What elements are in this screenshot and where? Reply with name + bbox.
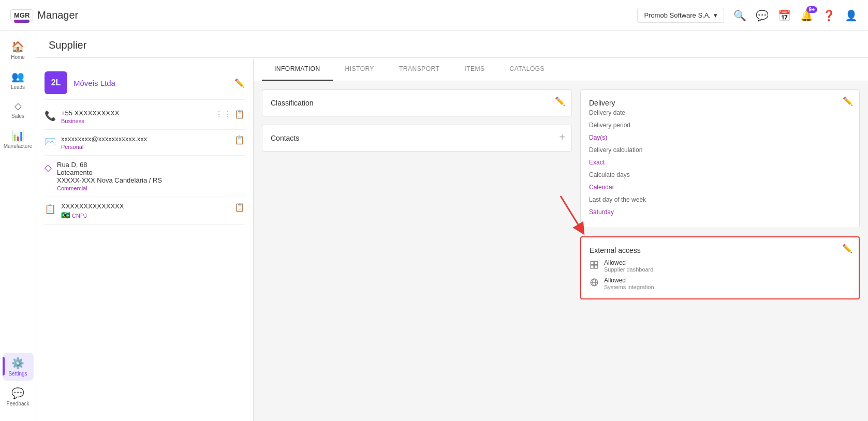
- sidebar-item-leads[interactable]: 👥 Leads: [3, 66, 34, 94]
- sidebar-feedback-label: Feedback: [7, 401, 30, 407]
- svg-rect-0: [591, 261, 594, 264]
- sidebar-item-settings[interactable]: ⚙️ Settings: [3, 353, 34, 381]
- delivery-calcdays-row: Calculate days: [589, 170, 851, 179]
- sidebar-leads-label: Leads: [11, 84, 25, 90]
- delivery-days-value: Day(s): [589, 134, 607, 141]
- delivery-calcdays-label: Calculate days: [589, 171, 630, 178]
- calendar-icon[interactable]: 📅: [778, 9, 791, 22]
- sidebar-item-feedback[interactable]: 💬 Feedback: [3, 383, 34, 411]
- tabs: INFORMATION HISTORY TRANSPORT ITEMS CATA…: [254, 58, 868, 81]
- delivery-date-label: Delivery date: [589, 109, 625, 116]
- delivery-lastday-row: Last day of the week: [589, 194, 851, 204]
- delivery-edit-icon[interactable]: ✏️: [843, 96, 853, 106]
- email-address: xxxxxxxxx@xxxxxxxxxxx.xxx: [61, 135, 229, 143]
- classification-title: Classification: [271, 99, 313, 107]
- delivery-title: Delivery: [589, 99, 615, 107]
- doc-content: XXXXXXXXXXXXXX 🇧🇷 CNPJ: [61, 202, 229, 219]
- main-layout: 🏠 Home 👥 Leads ◇ Sales 📊 Manufacture ⚙️ …: [0, 31, 868, 421]
- address-type: Commercial: [57, 185, 245, 191]
- logo-mgr: MGR: [10, 9, 33, 21]
- home-icon: 🏠: [11, 40, 24, 53]
- phone-content: +55 XXXXXXXXXX Business: [61, 109, 210, 124]
- user-icon[interactable]: 👤: [845, 9, 858, 22]
- sidebar-item-manufacture[interactable]: 📊 Manufacture: [3, 125, 34, 153]
- sales-icon: ◇: [14, 100, 22, 112]
- svg-rect-2: [591, 265, 594, 268]
- supplier-edit-icon[interactable]: ✏️: [234, 78, 245, 88]
- active-indicator: [3, 357, 5, 375]
- email-row: ✉️ xxxxxxxxx@xxxxxxxxxxx.xxx Personal 📋: [45, 130, 245, 156]
- delivery-period-label: Delivery period: [589, 122, 630, 129]
- help-icon[interactable]: ❓: [822, 9, 835, 22]
- delivery-saturday-row: Saturday: [589, 207, 851, 216]
- sidebar-item-sales[interactable]: ◇ Sales: [3, 96, 34, 123]
- delivery-saturday-value: Saturday: [589, 208, 614, 216]
- phone-grid-icon[interactable]: ⋮⋮: [215, 109, 231, 119]
- contacts-card: Contacts +: [262, 125, 572, 152]
- doc-actions: 📋: [234, 202, 245, 212]
- external-access-dashboard-row: Allowed Supplier dashboard: [590, 259, 850, 273]
- phone-row: 📞 +55 XXXXXXXXXX Business ⋮⋮ 📋: [45, 104, 245, 130]
- notification-icon[interactable]: 🔔 9+: [800, 9, 813, 22]
- delivery-calendar-row: Calendar: [589, 182, 851, 191]
- svg-rect-3: [595, 265, 598, 268]
- integration-info: Allowed Systems integration: [604, 277, 654, 290]
- supplier-name: Móveis Ltda: [73, 79, 115, 87]
- address-row: ◇ Rua D, 68 Loteamento XXXXX-XXX Nova Ca…: [45, 156, 245, 197]
- search-icon[interactable]: 🔍: [733, 9, 746, 22]
- right-panel: INFORMATION HISTORY TRANSPORT ITEMS CATA…: [254, 58, 868, 421]
- doc-copy-icon[interactable]: 📋: [234, 202, 245, 212]
- header-left: MGR Manager: [10, 9, 78, 21]
- email-copy-icon[interactable]: 📋: [234, 135, 245, 145]
- company-name: Promob Software S.A.: [644, 11, 711, 19]
- sidebar: 🏠 Home 👥 Leads ◇ Sales 📊 Manufacture ⚙️ …: [0, 31, 36, 421]
- phone-actions: ⋮⋮ 📋: [215, 109, 245, 119]
- doc-type: CNPJ: [72, 213, 87, 219]
- content-split: 2L Móveis Ltda ✏️ 📞 +55 XXXXXXXXXX Busin…: [36, 58, 868, 421]
- external-access-title: External access: [590, 246, 641, 254]
- chat-icon[interactable]: 💬: [756, 9, 769, 22]
- sidebar-sales-label: Sales: [11, 113, 24, 119]
- address-line3: XXXXX-XXX Nova Candelária / RS: [57, 176, 245, 184]
- app-header: MGR Manager Promob Software S.A. ▾ 🔍 💬 📅…: [0, 0, 868, 31]
- globe-icon: [590, 278, 599, 290]
- tab-items[interactable]: ITEMS: [452, 58, 497, 81]
- supplier-card: 2L Móveis Ltda ✏️: [45, 66, 245, 100]
- delivery-fields: Delivery date Delivery period Day(s) Del…: [589, 108, 851, 216]
- email-actions: 📋: [234, 135, 245, 145]
- delivery-calendar-value: Calendar: [589, 184, 614, 191]
- sidebar-settings-label: Settings: [8, 371, 27, 377]
- integration-sub: Systems integration: [604, 284, 654, 290]
- doc-row: 📋 XXXXXXXXXXXXXX 🇧🇷 CNPJ 📋: [45, 197, 245, 225]
- company-selector[interactable]: Promob Software S.A. ▾: [637, 8, 724, 23]
- external-access-edit-icon[interactable]: ✏️: [842, 244, 852, 253]
- delivery-days-row: Day(s): [589, 132, 851, 142]
- settings-icon: ⚙️: [11, 357, 24, 369]
- tab-transport[interactable]: TRANSPORT: [387, 58, 452, 81]
- phone-copy-icon[interactable]: 📋: [234, 109, 245, 119]
- delivery-period-row: Delivery period: [589, 120, 851, 129]
- tab-content: Classification ✏️ Contacts +: [254, 81, 868, 421]
- sidebar-item-home[interactable]: 🏠 Home: [3, 36, 34, 64]
- address-content: Rua D, 68 Loteamento XXXXX-XXX Nova Cand…: [57, 161, 245, 191]
- right-section-col: Delivery ✏️ Delivery date Delivery perio…: [580, 89, 860, 413]
- leads-icon: 👥: [11, 70, 24, 83]
- contacts-add-icon[interactable]: +: [559, 131, 565, 143]
- tab-information[interactable]: INFORMATION: [262, 58, 333, 81]
- tab-catalogs[interactable]: CATALOGS: [497, 58, 557, 81]
- phone-number: +55 XXXXXXXXXX: [61, 109, 210, 117]
- delivery-exact-value: Exact: [589, 159, 605, 166]
- email-type: Personal: [61, 144, 229, 150]
- integration-label: Allowed: [604, 277, 654, 284]
- tab-history[interactable]: HISTORY: [333, 58, 387, 81]
- delivery-card: Delivery ✏️ Delivery date Delivery perio…: [580, 89, 860, 228]
- header-right: Promob Software S.A. ▾ 🔍 💬 📅 🔔 9+ ❓ 👤: [637, 8, 858, 23]
- classification-edit-icon[interactable]: ✏️: [555, 96, 565, 106]
- classification-card: Classification ✏️: [262, 89, 572, 116]
- phone-type: Business: [61, 118, 210, 124]
- sidebar-bottom: ⚙️ Settings 💬 Feedback: [3, 353, 34, 416]
- left-section-col: Classification ✏️ Contacts +: [262, 89, 572, 413]
- email-icon: ✉️: [45, 136, 56, 147]
- address-line2: Loteamento: [57, 169, 245, 176]
- dashboard-info: Allowed Supplier dashboard: [604, 259, 653, 273]
